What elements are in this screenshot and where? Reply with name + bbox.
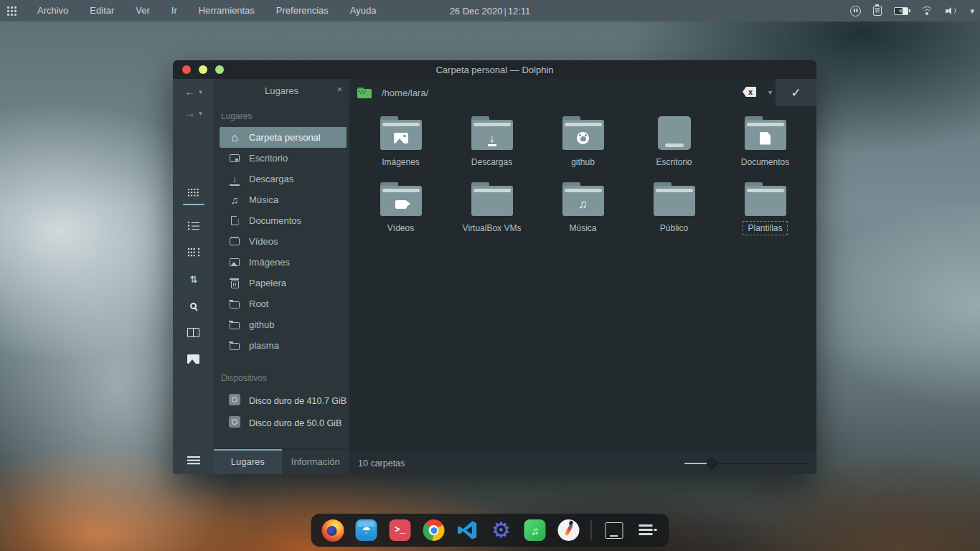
- firefox-icon: [321, 519, 344, 542]
- vscode-icon: [458, 520, 478, 540]
- place-carpeta-personal[interactable]: ⌂ Carpeta personal: [220, 127, 347, 148]
- music-app-icon: ♫: [524, 519, 546, 541]
- list-view-button[interactable]: [187, 220, 200, 232]
- folder-escritorio[interactable]: Escritorio: [628, 116, 720, 168]
- download-icon: ↓: [229, 174, 240, 185]
- place-imagenes[interactable]: Imágenes: [220, 252, 347, 273]
- folder-label: github: [567, 156, 598, 168]
- accept-path-button[interactable]: ✓: [776, 79, 816, 106]
- folder-github[interactable]: github: [537, 116, 628, 168]
- zoom-slider[interactable]: [684, 463, 808, 464]
- app-launcher-grid-icon[interactable]: [7, 6, 17, 16]
- wifi-icon[interactable]: [920, 6, 933, 16]
- forward-history-caret-icon[interactable]: ▾: [199, 110, 202, 117]
- menu-ver[interactable]: Ver: [125, 0, 161, 22]
- dock-task-list-button[interactable]: [636, 519, 659, 542]
- sort-icon: ⇅: [190, 274, 197, 285]
- preview-button[interactable]: [187, 353, 200, 364]
- sort-button[interactable]: ⇅: [187, 273, 200, 285]
- dock-firefox-button[interactable]: [321, 519, 344, 542]
- github-glyph-icon: [577, 132, 589, 144]
- path-breadcrumb[interactable]: /home/lara/: [382, 88, 428, 98]
- menu-ayuda[interactable]: Ayuda: [339, 0, 387, 22]
- place-descargas[interactable]: ↓ Descargas: [220, 169, 347, 189]
- folder-videos[interactable]: Vídeos: [355, 182, 446, 234]
- main-view: /home/lara/ x ▾ ✓ Imágenes ↓ Descargas: [349, 79, 816, 474]
- icons-view-button[interactable]: [187, 187, 200, 198]
- window-titlebar[interactable]: Carpeta personal — Dolphin: [173, 60, 816, 79]
- compact-view-icon: [188, 248, 199, 257]
- search-button[interactable]: [187, 300, 200, 311]
- place-videos[interactable]: Vídeos: [220, 231, 347, 252]
- path-dropdown-caret-icon[interactable]: ▾: [768, 88, 772, 96]
- folder-label: Descargas: [468, 156, 516, 168]
- menu-herramientas[interactable]: Herramientas: [188, 0, 265, 22]
- battery-icon[interactable]: [894, 7, 908, 15]
- device-disk-50[interactable]: Disco duro de 50.0 GiB: [220, 416, 347, 429]
- place-documentos[interactable]: Documentos: [220, 210, 347, 231]
- place-label: github: [249, 319, 274, 330]
- paint-app-icon: [558, 519, 580, 541]
- dock-terminal-button[interactable]: >_: [389, 519, 412, 542]
- dock-vscode-button[interactable]: [456, 519, 479, 542]
- image-glyph-icon: [394, 133, 408, 143]
- dock-paint-button[interactable]: [557, 519, 580, 542]
- place-github[interactable]: github: [220, 314, 347, 335]
- device-disk-410[interactable]: Disco duro de 410.7 GiB: [220, 394, 347, 407]
- volume-icon[interactable]: [946, 6, 958, 16]
- places-panel-close-icon[interactable]: ×: [336, 84, 342, 95]
- place-plasma[interactable]: plasma: [220, 335, 347, 356]
- folder-label: Plantillas: [744, 222, 786, 234]
- place-musica[interactable]: ♫ Música: [220, 189, 347, 210]
- back-button[interactable]: ← ▾: [184, 85, 202, 98]
- clear-path-icon[interactable]: x: [743, 87, 756, 97]
- folder-documentos[interactable]: Documentos: [720, 116, 811, 168]
- folder-virtualbox-vms[interactable]: VirtualBox VMs: [446, 182, 537, 234]
- discover-icon: ☂: [356, 519, 377, 541]
- hamburger-menu-icon[interactable]: [187, 456, 200, 465]
- back-history-caret-icon[interactable]: ▾: [199, 88, 202, 95]
- place-root[interactable]: Root: [220, 293, 347, 314]
- compact-view-button[interactable]: [187, 247, 200, 258]
- split-view-button[interactable]: [187, 326, 200, 338]
- clipboard-icon[interactable]: [873, 6, 882, 16]
- dock-chrome-button[interactable]: [423, 519, 446, 542]
- media-pause-icon[interactable]: [850, 6, 861, 17]
- place-papelera[interactable]: Papelera: [220, 273, 347, 293]
- folder-imagenes[interactable]: Imágenes: [355, 116, 446, 168]
- dock-settings-button[interactable]: ⚙: [490, 519, 513, 542]
- window-title: Carpeta personal — Dolphin: [173, 65, 816, 75]
- system-tray: ▾: [850, 0, 974, 22]
- task-list-icon: [639, 524, 656, 537]
- icons-view-icon: [188, 189, 199, 197]
- folder-plantillas[interactable]: Plantillas: [720, 182, 811, 234]
- dolphin-window: Carpeta personal — Dolphin ← ▾ → ▾: [173, 60, 816, 474]
- menu-preferencias[interactable]: Preferencias: [265, 0, 339, 22]
- dock-music-button[interactable]: ♫: [524, 519, 547, 542]
- forward-button[interactable]: → ▾: [184, 107, 202, 119]
- zoom-slider-handle[interactable]: [707, 458, 717, 468]
- tab-lugares[interactable]: Lugares: [214, 449, 282, 474]
- menu-ir[interactable]: Ir: [161, 0, 188, 22]
- clock-time[interactable]: 12:11: [508, 6, 531, 17]
- music-icon: ♫: [229, 194, 240, 206]
- dock-discover-button[interactable]: ☂: [355, 519, 378, 542]
- folder-musica[interactable]: ♫ Música: [537, 182, 628, 234]
- place-label: Vídeos: [249, 236, 278, 247]
- menu-editar[interactable]: Editar: [79, 0, 125, 22]
- video-glyph-icon: [395, 200, 407, 209]
- folder-label: Documentos: [738, 156, 793, 168]
- document-icon: [231, 216, 239, 225]
- folder-publico[interactable]: Público: [628, 182, 720, 234]
- clock-separator: |: [502, 6, 507, 17]
- menu-archivo[interactable]: Archivo: [27, 0, 79, 22]
- folder-label: Vídeos: [384, 222, 418, 234]
- tray-expand-chevron-icon[interactable]: ▾: [970, 6, 974, 16]
- place-escritorio[interactable]: Escritorio: [220, 148, 347, 169]
- device-label: Disco duro de 410.7 GiB: [249, 396, 347, 406]
- tab-informacion[interactable]: Información: [282, 449, 350, 474]
- dock-show-desktop-button[interactable]: [603, 519, 626, 542]
- folder-descargas[interactable]: ↓ Descargas: [446, 116, 537, 168]
- place-label: Descargas: [249, 174, 293, 184]
- clock-date[interactable]: 26 Dec 2020: [450, 6, 503, 17]
